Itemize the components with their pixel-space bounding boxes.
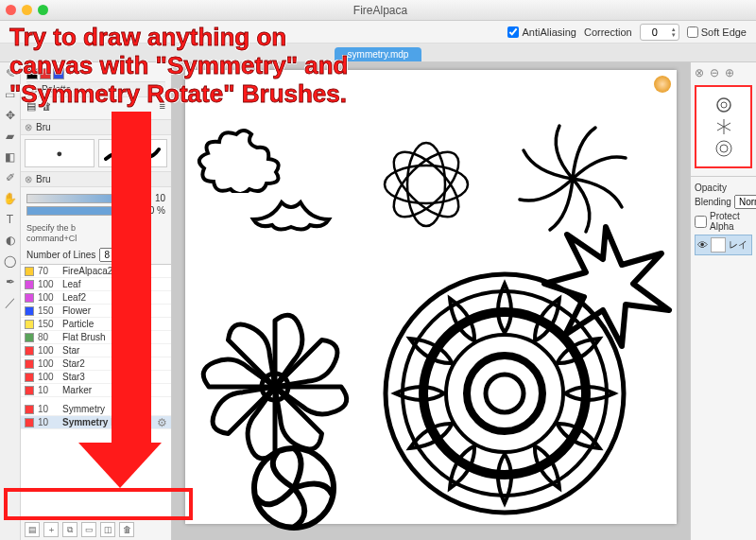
- brush-color-chip: [25, 359, 34, 369]
- protect-alpha-input[interactable]: [695, 216, 707, 228]
- protect-alpha-checkbox[interactable]: Protect Alpha: [695, 211, 752, 232]
- delete-swatch-icon[interactable]: 🗑: [42, 100, 52, 113]
- brush-size: 100: [38, 358, 59, 369]
- brush-name: Leaf2: [62, 292, 167, 303]
- brush-list[interactable]: 70FireAlpaca2100Leaf100Leaf2150Flower150…: [21, 264, 171, 518]
- brush-size: 10: [38, 417, 59, 427]
- svg-point-22: [720, 145, 728, 152]
- close-icon[interactable]: ⊗: [25, 122, 32, 132]
- numlines-label: Number of Lines: [26, 250, 95, 260]
- brush-row-marker[interactable]: 10Marker: [21, 384, 171, 397]
- canvas-area[interactable]: [172, 62, 690, 540]
- protect-alpha-label: Protect Alpha: [710, 211, 752, 232]
- opacity-slider[interactable]: 100 %: [26, 205, 165, 216]
- line-tool-icon[interactable]: ／: [3, 295, 18, 310]
- blending-label: Blending: [695, 197, 731, 207]
- svg-line-17: [724, 127, 730, 131]
- antialias-checkbox[interactable]: AntiAliasing: [507, 26, 576, 38]
- document-tab[interactable]: symmetry.mdp: [335, 47, 422, 61]
- select-tool-icon[interactable]: ▭: [3, 87, 18, 102]
- layer-name: レイ: [729, 238, 747, 252]
- delete-brush-icon[interactable]: 🗑: [119, 522, 134, 537]
- brush-size: 150: [38, 319, 59, 329]
- correction-stepper[interactable]: ▲▼: [640, 24, 679, 41]
- eyedropper-tool-icon[interactable]: ✐: [3, 170, 18, 185]
- dup-brush-icon[interactable]: ⧉: [62, 522, 77, 537]
- move-tool-icon[interactable]: ✥: [3, 108, 18, 123]
- brush-row-firealpaca2[interactable]: 70FireAlpaca2: [21, 265, 171, 278]
- brush-row-star2[interactable]: 100Star2: [21, 357, 171, 371]
- svg-point-2: [407, 143, 445, 226]
- brush-settings-label: Bru: [36, 174, 51, 184]
- canvas[interactable]: [185, 70, 677, 524]
- pen-tool-icon[interactable]: ✒: [3, 274, 18, 289]
- correction-input[interactable]: [641, 26, 669, 38]
- image-brush-icon[interactable]: ◫: [100, 522, 115, 537]
- numlines-select[interactable]: 8: [99, 248, 126, 262]
- text-tool-icon[interactable]: T: [3, 212, 18, 227]
- brush-row-star3[interactable]: 100Star3: [21, 371, 171, 384]
- brush-row-particle[interactable]: 150Particle: [21, 318, 171, 331]
- blending-select[interactable]: Norm: [734, 195, 756, 209]
- new-brush-icon[interactable]: ＋: [43, 522, 59, 537]
- panel-close-icon[interactable]: ⊗: [695, 66, 704, 79]
- gradient-tool-icon[interactable]: ◐: [3, 233, 18, 248]
- svg-point-11: [486, 375, 524, 412]
- brush-color-chip: [25, 386, 34, 395]
- svg-point-7: [403, 291, 607, 496]
- window-titlebar: FireAlpaca: [0, 0, 756, 21]
- layer-row[interactable]: 👁 レイ: [695, 235, 752, 255]
- menu-icon[interactable]: ≡: [160, 100, 165, 113]
- brush-preview-label: Bru: [36, 122, 51, 132]
- brush-name: Symmetry: [62, 404, 167, 414]
- correction-label: Correction: [584, 26, 632, 38]
- document-tabbar: symmetry.mdp: [0, 44, 756, 62]
- size-slider[interactable]: 10: [26, 193, 165, 203]
- brush-color-chip: [25, 267, 34, 276]
- brush-row-flower[interactable]: 150Flower: [21, 305, 171, 318]
- brush-row-symmetry[interactable]: 10Symmetry: [21, 403, 171, 416]
- svg-point-21: [716, 141, 731, 156]
- brush-size: 100: [38, 372, 59, 382]
- brush-color-chip: [25, 346, 34, 356]
- color-swatches[interactable]: [26, 68, 165, 79]
- minimize-icon[interactable]: [22, 5, 32, 15]
- options-toolbar: AntiAliasing Correction ▲▼ Soft Edge: [0, 21, 756, 44]
- zoom-out-icon[interactable]: ⊖: [710, 66, 719, 79]
- close-icon[interactable]: [6, 5, 16, 15]
- left-panel: ⊗ Palette ▤ 🗑 ≡ ⊗Bru ● ⊗Bru 10 100 %: [21, 62, 172, 540]
- softedge-checkbox[interactable]: Soft Edge: [687, 26, 747, 38]
- eraser-tool-icon[interactable]: ◧: [3, 149, 18, 165]
- gear-icon[interactable]: ⚙: [157, 416, 167, 429]
- brush-name: FireAlpaca2: [62, 266, 167, 276]
- new-swatch-icon[interactable]: ▤: [26, 100, 36, 113]
- brush-color-chip: [25, 280, 34, 289]
- fill-tool-icon[interactable]: ▰: [3, 129, 18, 144]
- visibility-icon[interactable]: 👁: [697, 239, 708, 251]
- hand-tool-icon[interactable]: ✋: [3, 191, 18, 206]
- brush-row-symmetry-rotate[interactable]: 10Symmetry Rotate⚙: [21, 416, 171, 429]
- shape-tool-icon[interactable]: ◯: [3, 253, 18, 269]
- number-of-lines-row[interactable]: Number of Lines 8: [21, 246, 171, 264]
- navigator-thumbnail[interactable]: [695, 85, 752, 168]
- antialias-input[interactable]: [507, 26, 519, 38]
- svg-line-16: [724, 123, 730, 127]
- folder-brush-icon[interactable]: ▭: [81, 522, 96, 537]
- brush-row-leaf2[interactable]: 100Leaf2: [21, 291, 171, 305]
- brush-hint: Specify the bcommand+Cl: [21, 221, 171, 246]
- brush-tool-icon[interactable]: ✎: [3, 66, 18, 81]
- add-brush-icon[interactable]: ▤: [25, 522, 40, 537]
- close-icon[interactable]: ⊗: [25, 174, 32, 184]
- brush-size: 100: [38, 345, 59, 356]
- brush-row-leaf[interactable]: 100Leaf: [21, 278, 171, 291]
- brush-row-star[interactable]: 100Star: [21, 344, 171, 357]
- svg-point-10: [467, 356, 542, 431]
- softedge-input[interactable]: [687, 26, 698, 38]
- close-icon[interactable]: ⊗: [30, 84, 38, 95]
- zoom-in-icon[interactable]: ⊕: [725, 66, 734, 79]
- brush-size: 80: [38, 332, 59, 342]
- brush-preview: ●: [21, 135, 171, 171]
- stepper-down-icon[interactable]: ▼: [671, 32, 677, 38]
- zoom-icon[interactable]: [38, 5, 48, 15]
- brush-row-flat-brush[interactable]: 80Flat Brush: [21, 331, 171, 344]
